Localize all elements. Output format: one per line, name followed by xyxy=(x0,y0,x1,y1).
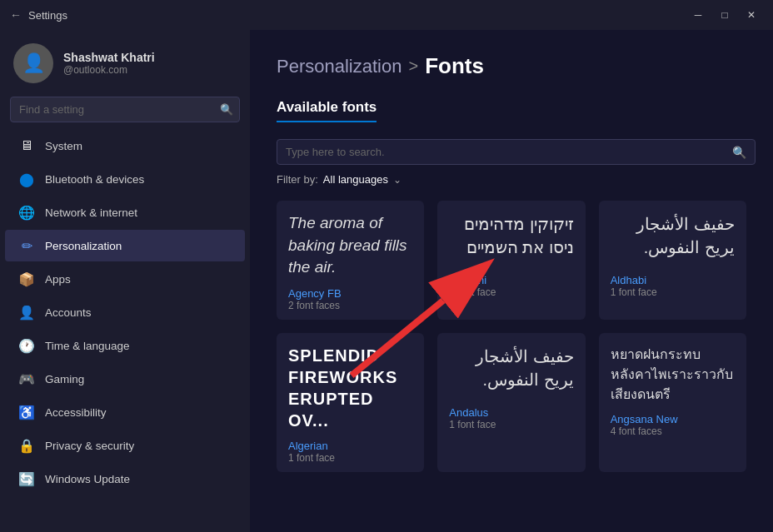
search-input[interactable] xyxy=(10,97,240,122)
user-name: Shashwat Khatri xyxy=(63,51,155,64)
filter-row: 🔍 xyxy=(277,139,746,165)
titlebar-title: Settings xyxy=(28,9,67,22)
accessibility-icon: ♿ xyxy=(18,404,35,420)
font-card-angsana[interactable]: หยาดฝนกระทบหลังคาไพเราะราวกับเสียงดนตรี … xyxy=(599,333,746,472)
network-icon: 🌐 xyxy=(18,204,35,221)
user-info: Shashwat Khatri @outlook.com xyxy=(63,51,155,76)
breadcrumb-separator: > xyxy=(408,57,418,76)
font-card-andalus[interactable]: حفيف الأشجار يريح النفوس. Andalus 1 font… xyxy=(437,333,585,472)
fonts-grid: The aroma of baking bread fills the air.… xyxy=(277,201,746,472)
nav-label-system: System xyxy=(45,140,82,152)
font-preview-algerian: SPLENDID FIREWORKS ERUPTED OV... xyxy=(288,345,412,431)
font-faces-angsana: 4 font faces xyxy=(611,425,735,437)
font-faces-agency-fb: 2 font faces xyxy=(288,300,412,311)
user-section: 👤 Shashwat Khatri @outlook.com xyxy=(0,30,250,93)
font-name-angsana: Angsana New xyxy=(611,413,735,425)
titlebar-controls: ─ □ ✕ xyxy=(686,6,763,24)
font-card-aldhabi[interactable]: حفيف الأشجار يريح النفوس. Aldhabi 1 font… xyxy=(599,201,746,320)
font-name-aharoni: Aharoni xyxy=(449,274,573,286)
breadcrumb: Personalization > Fonts xyxy=(277,53,746,79)
avatar: 👤 xyxy=(13,43,53,83)
content-area: Personalization > Fonts Available fonts … xyxy=(250,30,773,532)
search-wrap: 🔍 xyxy=(277,139,746,165)
nav-label-accessibility: Accessibility xyxy=(45,406,107,419)
nav-label-update: Windows Update xyxy=(45,473,130,485)
nav-update[interactable]: 🔄 Windows Update xyxy=(5,463,245,495)
minimize-button[interactable]: ─ xyxy=(686,6,710,24)
font-preview-agency-fb: The aroma of baking bread fills the air. xyxy=(288,212,412,279)
user-email: @outlook.com xyxy=(63,64,155,76)
system-icon: 🖥 xyxy=(18,137,35,154)
gaming-icon: 🎮 xyxy=(18,370,35,387)
update-icon: 🔄 xyxy=(18,470,35,487)
font-card-algerian[interactable]: SPLENDID FIREWORKS ERUPTED OV... Algeria… xyxy=(277,333,424,472)
font-card-aharoni[interactable]: זיקוקין מדהימים ניסו את השמיים Aharoni 1… xyxy=(437,201,585,320)
search-box: 🔍 xyxy=(10,97,240,122)
nav-label-time: Time & language xyxy=(45,340,130,352)
breadcrumb-current: Fonts xyxy=(425,53,484,79)
chevron-down-icon: ⌄ xyxy=(393,174,401,186)
font-preview-angsana: หยาดฝนกระทบหลังคาไพเราะราวกับเสียงดนตรี xyxy=(611,345,735,405)
nav-accounts[interactable]: 👤 Accounts xyxy=(5,296,245,328)
filter-lang-label: Filter by: xyxy=(277,173,318,186)
nav-time[interactable]: 🕐 Time & language xyxy=(5,330,245,361)
bluetooth-icon: ⬤ xyxy=(18,171,35,187)
font-faces-algerian: 1 font face xyxy=(288,452,412,464)
titlebar: ← Settings ─ □ ✕ xyxy=(0,0,773,30)
nav-accessibility[interactable]: ♿ Accessibility xyxy=(5,396,245,428)
apps-icon: 📦 xyxy=(18,271,35,287)
filter-language[interactable]: Filter by: All languages ⌄ xyxy=(277,173,746,186)
back-icon[interactable]: ← xyxy=(10,8,22,22)
nav-bluetooth[interactable]: ⬤ Bluetooth & devices xyxy=(5,163,245,195)
font-name-algerian: Algerian xyxy=(288,440,412,452)
close-button[interactable]: ✕ xyxy=(740,6,763,24)
font-name-agency-fb: Agency FB xyxy=(288,287,412,300)
titlebar-left: ← Settings xyxy=(10,8,67,22)
nav-system[interactable]: 🖥 System xyxy=(5,130,245,162)
sidebar: 👤 Shashwat Khatri @outlook.com 🔍 🖥 Syste… xyxy=(0,30,250,532)
nav-label-bluetooth: Bluetooth & devices xyxy=(45,173,144,186)
font-search-input[interactable] xyxy=(277,139,756,165)
font-name-andalus: Andalus xyxy=(449,406,573,419)
nav-label-privacy: Privacy & security xyxy=(45,440,134,452)
nav-label-accounts: Accounts xyxy=(45,306,92,319)
nav-label-network: Network & internet xyxy=(45,206,137,219)
font-preview-aldhabi: حفيف الأشجار يريح النفوس. xyxy=(611,212,735,266)
filter-lang-value: All languages xyxy=(323,173,388,186)
font-faces-aharoni: 1 font face xyxy=(449,286,573,298)
nav-label-personalization: Personalization xyxy=(45,240,122,252)
main-layout: 👤 Shashwat Khatri @outlook.com 🔍 🖥 Syste… xyxy=(0,30,773,532)
nav-label-apps: Apps xyxy=(45,273,71,286)
nav-apps[interactable]: 📦 Apps xyxy=(5,263,245,295)
nav-gaming[interactable]: 🎮 Gaming xyxy=(5,363,245,395)
maximize-button[interactable]: □ xyxy=(713,6,736,24)
breadcrumb-parent[interactable]: Personalization xyxy=(277,56,401,77)
font-search-icon: 🔍 xyxy=(732,146,746,159)
nav-network[interactable]: 🌐 Network & internet xyxy=(5,196,245,228)
font-preview-aharoni: זיקוקין מדהימים ניסו את השמיים xyxy=(449,212,573,266)
font-faces-andalus: 1 font face xyxy=(449,419,573,430)
font-faces-aldhabi: 1 font face xyxy=(611,286,735,298)
personalization-icon: ✏ xyxy=(18,237,35,254)
nav-personalization[interactable]: ✏ Personalization xyxy=(5,230,245,261)
section-title: Available fonts xyxy=(277,99,377,122)
nav-privacy[interactable]: 🔒 Privacy & security xyxy=(5,430,245,461)
nav-label-gaming: Gaming xyxy=(45,373,84,385)
font-name-aldhabi: Aldhabi xyxy=(611,274,735,286)
search-icon: 🔍 xyxy=(220,103,233,116)
font-preview-andalus: حفيف الأشجار يريح النفوس. xyxy=(449,345,573,398)
accounts-icon: 👤 xyxy=(18,304,35,321)
time-icon: 🕐 xyxy=(18,337,35,354)
privacy-icon: 🔒 xyxy=(18,437,35,454)
font-card-agency-fb[interactable]: The aroma of baking bread fills the air.… xyxy=(277,201,424,320)
